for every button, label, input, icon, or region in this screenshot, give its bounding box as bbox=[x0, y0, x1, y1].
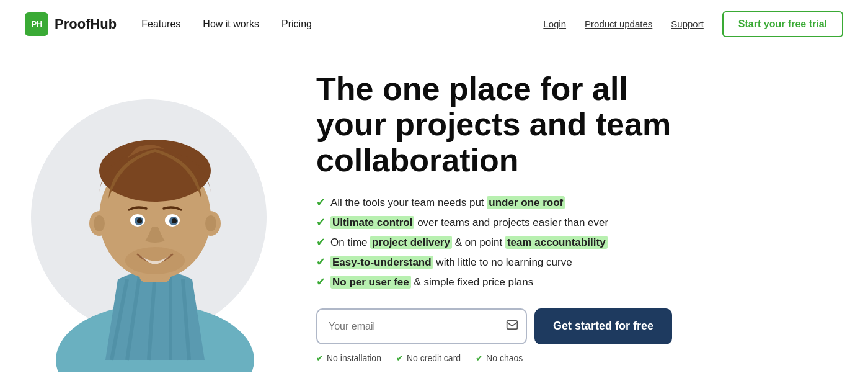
badge-no-credit-card: ✔ No credit card bbox=[396, 353, 461, 363]
check-icon: ✔ bbox=[316, 235, 326, 249]
check-icon: ✔ bbox=[316, 195, 326, 209]
list-item: ✔ Easy-to-understand with little to no l… bbox=[316, 255, 831, 269]
check-icon: ✔ bbox=[316, 215, 326, 229]
check-icon: ✔ bbox=[316, 275, 326, 289]
hero-person bbox=[25, 62, 285, 372]
email-input-wrap bbox=[316, 308, 527, 344]
hero-image-area bbox=[0, 48, 298, 386]
hero-content: The one place for all your projects and … bbox=[298, 59, 868, 375]
navbar: PH ProofHub Features How it works Pricin… bbox=[0, 0, 868, 48]
email-input[interactable] bbox=[316, 308, 527, 344]
list-item: ✔ No per user fee & simple fixed price p… bbox=[316, 275, 831, 289]
nav-link-login[interactable]: Login bbox=[543, 19, 566, 29]
main-content: The one place for all your projects and … bbox=[0, 48, 868, 386]
bottom-badges: ✔ No installation ✔ No credit card ✔ No … bbox=[316, 353, 831, 363]
svg-point-15 bbox=[125, 247, 185, 274]
list-item: ✔ On time project delivery & on point te… bbox=[316, 235, 831, 249]
badge-check-icon: ✔ bbox=[396, 353, 404, 363]
cta-row: Get started for free bbox=[316, 308, 831, 344]
nav-link-support[interactable]: Support bbox=[671, 19, 704, 29]
nav-link-features[interactable]: Features bbox=[141, 19, 180, 30]
nav-link-pricing[interactable]: Pricing bbox=[281, 19, 312, 30]
badge-check-icon: ✔ bbox=[476, 353, 483, 363]
list-item: ✔ Ultimate control over teams and projec… bbox=[316, 215, 831, 229]
check-icon: ✔ bbox=[316, 255, 326, 269]
nav-link-product-updates[interactable]: Product updates bbox=[585, 19, 652, 29]
svg-point-18 bbox=[94, 215, 105, 231]
nav-right: Login Product updates Support Start your… bbox=[543, 11, 843, 37]
logo-icon: PH bbox=[25, 12, 48, 36]
badge-check-icon: ✔ bbox=[316, 353, 324, 363]
badge-no-chaos: ✔ No chaos bbox=[476, 353, 523, 363]
logo-area: PH ProofHub bbox=[25, 12, 117, 36]
badge-no-installation: ✔ No installation bbox=[316, 353, 381, 363]
svg-point-14 bbox=[172, 218, 177, 223]
get-started-button[interactable]: Get started for free bbox=[534, 308, 672, 344]
svg-rect-20 bbox=[507, 321, 518, 329]
feature-list: ✔ All the tools your team needs put unde… bbox=[316, 195, 831, 289]
svg-point-19 bbox=[205, 215, 216, 231]
list-item: ✔ All the tools your team needs put unde… bbox=[316, 195, 831, 209]
nav-links: Features How it works Pricing bbox=[141, 19, 312, 30]
person-illustration bbox=[31, 68, 279, 372]
logo-name: ProofHub bbox=[55, 16, 117, 32]
start-trial-button[interactable]: Start your free trial bbox=[722, 11, 843, 37]
svg-point-13 bbox=[137, 218, 142, 223]
hero-heading: The one place for all your projects and … bbox=[316, 71, 831, 178]
email-icon bbox=[506, 318, 518, 334]
nav-link-how-it-works[interactable]: How it works bbox=[203, 19, 259, 30]
